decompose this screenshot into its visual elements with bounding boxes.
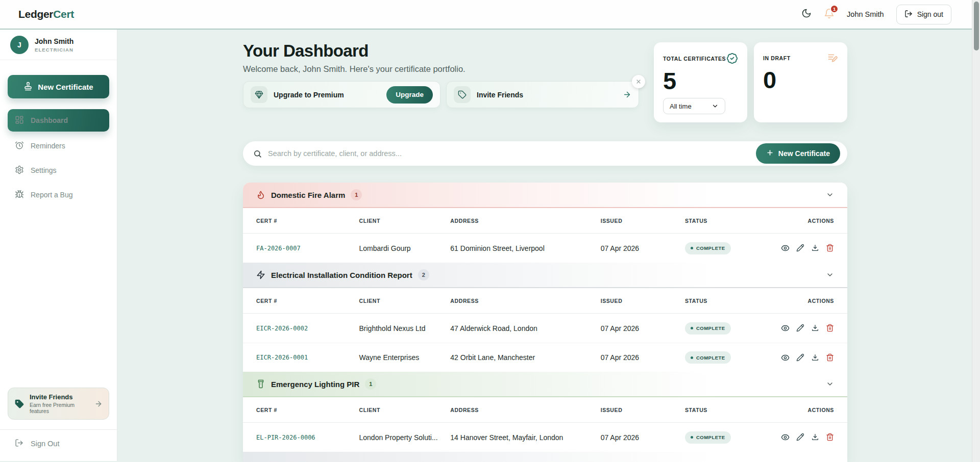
cert-number-link[interactable]: EL-PIR-2026-0006 [256,434,359,441]
issued-cell: 07 Apr 2026 [601,324,685,332]
sidebar-item-report-bug[interactable]: Report a Bug [8,184,109,206]
invite-friends-card[interactable]: Invite Friends Earn free Premium feature… [8,388,109,420]
section-count-badge: 2 [418,269,429,280]
bolt-icon [256,270,265,279]
sidebar-item-label: Dashboard [31,116,68,124]
delete-trash-icon[interactable] [826,433,834,442]
flame-icon [256,190,265,199]
address-cell: 14 Hanover Street, Mayfair, London [450,433,600,442]
view-eye-icon[interactable] [781,324,790,332]
view-eye-icon[interactable] [781,433,790,442]
download-icon[interactable] [811,324,819,332]
invite-banner[interactable]: Invite Friends [446,81,639,108]
new-certificate-label: New Certificate [38,83,93,91]
section-count-badge: 1 [351,189,362,200]
address-cell: 47 Alderwick Road, London [450,324,600,332]
brand-logo[interactable]: LedgerCert [18,8,74,20]
column-header-client: CLIENT [359,298,450,304]
view-eye-icon[interactable] [781,244,790,252]
column-header-client: CLIENT [359,407,450,413]
address-cell: 42 Orbit Lane, Manchester [450,353,600,362]
sidebar-nav: Dashboard Reminders Settings Report a Bu… [8,109,109,206]
logout-icon [904,10,913,19]
topbar-user-name: John Smith [847,10,884,18]
sidebar-user-name: John Smith [35,37,74,45]
search-input[interactable] [268,149,756,158]
status-dot [691,327,693,329]
table-row: EICR-2026-0001 Wayne Enterprises 42 Orbi… [243,343,847,372]
chevron-down-icon[interactable] [826,271,834,279]
delete-trash-icon[interactable] [826,353,834,362]
edit-pencil-icon[interactable] [796,353,804,362]
brand-part-2: Cert [53,8,74,20]
new-certificate-button-main[interactable]: New Certificate [756,143,840,164]
notifications-button[interactable]: 1 [824,8,835,21]
signout-label: Sign out [917,10,943,18]
chevron-down-icon [712,102,719,110]
client-cell: Brighthold Nexus Ltd [359,324,450,332]
status-label: COMPLETE [696,355,725,361]
download-icon[interactable] [811,433,819,442]
column-header-cert: CERT # [256,407,359,413]
client-cell: Wayne Enterprises [359,353,450,362]
chevron-down-icon[interactable] [826,380,834,388]
new-certificate-label: New Certificate [778,149,830,158]
table-row: FA-2026-0007 Lombardi Gourp 61 Dominion … [243,234,847,263]
stamp-icon [23,82,33,92]
logout-icon [15,439,23,449]
column-header-status: STATUS [685,407,753,413]
issued-cell: 07 Apr 2026 [601,353,685,362]
client-cell: Lombardi Gourp [359,244,450,252]
dark-mode-toggle[interactable] [801,8,812,20]
column-header-address: ADDRESS [450,218,600,224]
delete-trash-icon[interactable] [826,324,834,332]
address-cell: 61 Dominion Street, Liverpool [450,244,600,252]
section-count-badge: 1 [365,378,376,390]
cert-number-link[interactable]: FA-2026-0007 [256,245,359,252]
issued-cell: 07 Apr 2026 [601,244,685,252]
scrollbar-thumb[interactable] [974,2,979,50]
status-label: COMPLETE [696,434,725,440]
edit-pencil-icon[interactable] [796,244,804,252]
download-icon[interactable] [811,244,819,252]
plus-icon [766,149,774,158]
arrow-right-icon [623,90,631,99]
brand-part-1: Ledger [18,8,53,20]
new-certificate-button-sidebar[interactable]: New Certificate [8,75,109,98]
sidebar-item-dashboard[interactable]: Dashboard [8,109,109,132]
sidebar-item-reminders[interactable]: Reminders [8,135,109,157]
stat-value: 0 [763,68,838,92]
column-header-client: CLIENT [359,218,450,224]
stat-label: IN DRAFT [763,55,791,61]
delete-trash-icon[interactable] [826,244,834,252]
sidebar-user: J John Smith ELECTRICIAN [0,30,117,60]
section-header-emergency-lighting[interactable]: Emergency Lighting PIR 1 [243,372,847,397]
column-header-address: ADDRESS [450,407,600,413]
tag-icon [14,399,24,409]
sidebar-item-settings[interactable]: Settings [8,159,109,182]
main-content: Your Dashboard Welcome back, John Smith.… [117,30,972,461]
section-header-eicr[interactable]: Electrical Installation Condition Report… [243,263,847,288]
chevron-down-icon[interactable] [826,191,834,199]
page-scrollbar[interactable] [972,0,980,462]
close-icon[interactable] [632,75,645,88]
stat-card-in-draft: IN DRAFT 0 [754,42,847,122]
dashboard-grid-icon [15,115,24,126]
edit-pencil-icon[interactable] [796,324,804,332]
cert-number-link[interactable]: EICR-2026-0002 [256,325,359,332]
sidebar: J John Smith ELECTRICIAN New Certificate… [0,30,117,461]
upgrade-button[interactable]: Upgrade [386,86,433,104]
issued-cell: 07 Apr 2026 [601,433,685,442]
section-header-domestic-fire-alarm[interactable]: Domestic Fire Alarm 1 [243,183,847,208]
edit-pencil-icon[interactable] [796,433,804,442]
column-header-actions: ACTIONS [753,218,834,224]
time-filter-select[interactable]: All time [663,98,725,114]
view-eye-icon[interactable] [781,353,790,362]
upgrade-banner-title: Upgrade to Premium [274,91,344,99]
sidebar-item-label: Reminders [31,142,65,150]
cert-number-link[interactable]: EICR-2026-0001 [256,354,359,361]
sidebar-signout[interactable]: Sign Out [8,430,109,461]
download-icon[interactable] [811,353,819,362]
column-header-status: STATUS [685,218,753,224]
signout-button[interactable]: Sign out [896,5,951,24]
